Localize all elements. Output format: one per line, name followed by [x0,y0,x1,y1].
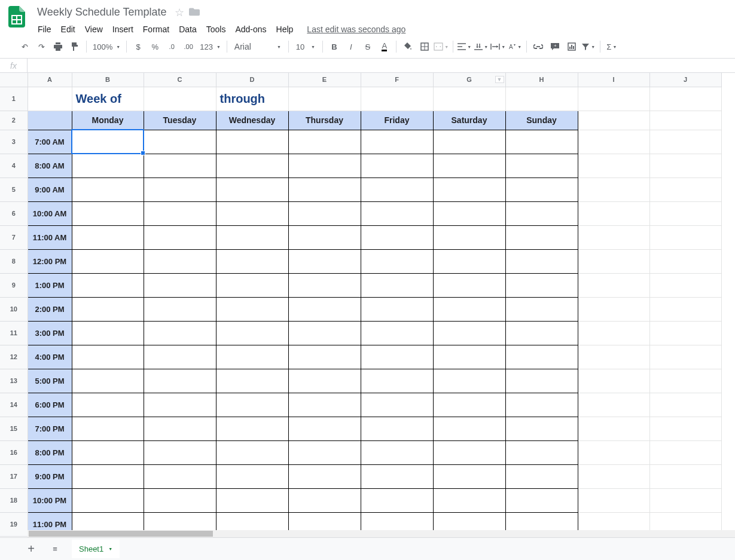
cell-I11[interactable] [578,321,649,345]
cell-D13[interactable] [216,369,288,393]
cell-I8[interactable] [578,249,649,273]
cell-A9[interactable]: 1:00 PM [28,273,72,297]
cell-F13[interactable] [361,369,433,393]
column-header-D[interactable]: D [216,73,288,87]
cell-E4[interactable] [288,154,361,178]
cell-B18[interactable] [72,488,144,512]
cell-G10[interactable] [433,297,505,321]
cell-I5[interactable] [578,178,649,201]
zoom-select[interactable]: 100%▼ [90,42,123,51]
cell-F11[interactable] [361,321,433,345]
row-header-1[interactable]: 1 [0,87,28,111]
cell-B3[interactable] [72,130,144,154]
cell-I17[interactable] [578,464,649,488]
cell-I12[interactable] [578,345,649,369]
text-color-button[interactable]: A [377,39,392,54]
cell-C9[interactable] [144,273,216,297]
cell-D3[interactable] [216,130,288,154]
cell-F17[interactable] [361,464,433,488]
cell-B14[interactable] [72,393,144,417]
cell-B15[interactable] [72,417,144,440]
cell-I18[interactable] [578,488,649,512]
cell-H7[interactable] [505,225,578,249]
percent-button[interactable]: % [147,39,163,54]
cell-F5[interactable] [361,178,433,201]
cell-C2[interactable]: Tuesday [144,111,216,130]
cell-B13[interactable] [72,369,144,393]
cell-H1[interactable] [505,87,578,111]
cell-A6[interactable]: 10:00 AM [28,201,72,225]
cell-D4[interactable] [216,154,288,178]
cell-A1[interactable] [28,87,72,111]
row-header-7[interactable]: 7 [0,225,28,249]
cell-J9[interactable] [649,273,721,297]
cell-B2[interactable]: Monday [72,111,144,130]
font-size-select[interactable]: 10▼ [292,42,319,51]
cell-D7[interactable] [216,225,288,249]
cell-D2[interactable]: Wednesday [216,111,288,130]
redo-button[interactable]: ↷ [33,39,49,54]
cell-H16[interactable] [505,440,578,464]
cell-C18[interactable] [144,488,216,512]
cell-F18[interactable] [361,488,433,512]
paint-format-button[interactable] [67,39,83,54]
row-header-16[interactable]: 16 [0,440,28,464]
column-header-F[interactable]: F [361,73,433,87]
borders-button[interactable] [417,39,432,54]
cell-A15[interactable]: 7:00 PM [28,417,72,440]
text-wrap-button[interactable]: ▼ [490,39,506,54]
cell-B9[interactable] [72,273,144,297]
merge-cells-button[interactable]: ▼ [434,39,449,54]
bold-button[interactable]: B [327,39,342,54]
cell-C1[interactable] [144,87,216,111]
column-header-B[interactable]: B [72,73,144,87]
row-header-11[interactable]: 11 [0,321,28,345]
cell-G15[interactable] [433,417,505,440]
cell-G9[interactable] [433,273,505,297]
cell-B5[interactable] [72,178,144,201]
cell-B1[interactable]: Week of [72,87,144,111]
menu-view[interactable]: View [81,22,107,36]
insert-link-button[interactable] [530,39,546,54]
cell-G18[interactable] [433,488,505,512]
cell-A7[interactable]: 11:00 AM [28,225,72,249]
cell-E1[interactable] [288,87,361,111]
row-header-18[interactable]: 18 [0,488,28,512]
vertical-align-button[interactable]: ▼ [474,39,489,54]
cell-E14[interactable] [288,393,361,417]
print-button[interactable] [50,39,66,54]
cell-J13[interactable] [649,369,721,393]
cell-H2[interactable]: Sunday [505,111,578,130]
cell-C15[interactable] [144,417,216,440]
last-edit-link[interactable]: Last edit was seconds ago [307,25,405,34]
document-title[interactable]: Weekly Schedule Template [33,5,170,20]
row-header-10[interactable]: 10 [0,297,28,321]
cell-A5[interactable]: 9:00 AM [28,178,72,201]
cell-H13[interactable] [505,369,578,393]
cell-F8[interactable] [361,249,433,273]
cell-D15[interactable] [216,417,288,440]
row-header-13[interactable]: 13 [0,369,28,393]
cell-F12[interactable] [361,345,433,369]
cell-C3[interactable] [144,130,216,154]
cell-F15[interactable] [361,417,433,440]
star-icon[interactable]: ☆ [175,6,184,19]
cell-E5[interactable] [288,178,361,201]
cell-D16[interactable] [216,440,288,464]
cell-A13[interactable]: 5:00 PM [28,369,72,393]
cell-D17[interactable] [216,464,288,488]
cell-J4[interactable] [649,154,721,178]
cell-C10[interactable] [144,297,216,321]
column-header-E[interactable]: E [288,73,361,87]
cell-G2[interactable]: Saturday [433,111,505,130]
cell-H18[interactable] [505,488,578,512]
cell-H17[interactable] [505,464,578,488]
column-header-J[interactable]: J [649,73,721,87]
functions-button[interactable]: Σ▼ [604,39,620,54]
cell-D6[interactable] [216,201,288,225]
column-header-A[interactable]: A [28,73,72,87]
cell-F1[interactable] [361,87,433,111]
cell-G14[interactable] [433,393,505,417]
cell-D14[interactable] [216,393,288,417]
cell-D18[interactable] [216,488,288,512]
